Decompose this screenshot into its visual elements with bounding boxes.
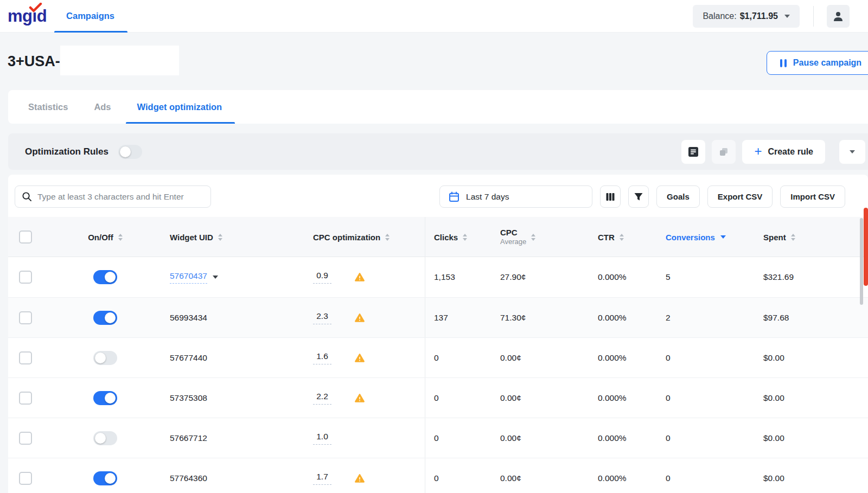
balance-dropdown[interactable]: Balance: $1,711.95 xyxy=(693,5,800,28)
table-row: 576677121.000.00¢0.000%0$0.00 xyxy=(8,418,868,458)
account-button[interactable] xyxy=(827,5,850,28)
sort-icon[interactable] xyxy=(385,234,390,241)
tab-statistics[interactable]: Statistics xyxy=(28,90,68,124)
row-checkbox[interactable] xyxy=(19,432,32,445)
logo-check-icon xyxy=(29,3,42,13)
conversions-value: 0 xyxy=(666,353,671,363)
row-checkbox[interactable] xyxy=(19,311,32,324)
plus-icon: + xyxy=(754,145,762,158)
table-row: 569934342.313771.30¢0.000%2$97.68 xyxy=(8,297,868,337)
cpc-optimization-value[interactable]: 2.2 xyxy=(313,392,331,405)
cpc-average-value: 0.00¢ xyxy=(500,393,521,403)
row-checkbox[interactable] xyxy=(19,392,32,405)
pause-campaign-label: Pause campaign xyxy=(793,58,861,68)
export-csv-button[interactable]: Export CSV xyxy=(707,185,773,208)
tab-ads[interactable]: Ads xyxy=(94,90,111,124)
pause-campaign-button[interactable]: Pause campaign xyxy=(767,51,868,75)
pause-icon xyxy=(780,59,787,67)
ctr-value: 0.000% xyxy=(598,473,627,483)
filter-icon xyxy=(634,192,643,202)
duplicate-rules-button xyxy=(712,140,736,164)
ctr-value: 0.000% xyxy=(598,433,627,443)
sort-icon[interactable] xyxy=(218,234,222,241)
row-toggle[interactable] xyxy=(93,351,117,365)
table-scrollbar[interactable] xyxy=(860,218,863,305)
row-toggle[interactable] xyxy=(93,471,117,485)
cpc-optimization-value[interactable]: 1.0 xyxy=(313,432,331,445)
cpc-optimization-value[interactable]: 2.3 xyxy=(313,311,331,324)
chevron-down-icon xyxy=(784,15,790,18)
widget-optimization-panel: Last 7 days Goals Export CSV Import CSV … xyxy=(8,175,868,493)
widget-uid: 57375308 xyxy=(170,393,207,403)
col-clicks: Clicks xyxy=(434,233,458,242)
sort-desc-icon[interactable] xyxy=(720,235,726,239)
sort-icon[interactable] xyxy=(463,234,467,241)
mgid-logo[interactable]: mgıd xyxy=(8,8,47,24)
optimization-rules-toggle[interactable] xyxy=(118,145,142,159)
warning-icon[interactable] xyxy=(354,393,365,404)
row-toggle[interactable] xyxy=(93,391,117,405)
goals-button[interactable]: Goals xyxy=(656,185,700,208)
filter-button[interactable] xyxy=(628,185,649,208)
chevron-down-icon xyxy=(850,150,855,153)
chevron-down-icon[interactable] xyxy=(213,276,218,279)
col-conversions[interactable]: Conversions xyxy=(666,233,715,242)
rules-list-button[interactable] xyxy=(681,140,705,164)
clicks-value: 0 xyxy=(434,393,439,403)
cpc-optimization-value[interactable]: 0.9 xyxy=(313,271,331,284)
widget-uid: 57667712 xyxy=(170,433,207,443)
conversions-value: 0 xyxy=(666,393,671,403)
col-on-off: On/Off xyxy=(88,233,113,242)
nav-campaigns[interactable]: Campaigns xyxy=(66,0,114,33)
create-rule-button[interactable]: + Create rule xyxy=(742,140,825,164)
row-checkbox[interactable] xyxy=(19,472,32,485)
sort-icon[interactable] xyxy=(620,234,624,241)
sort-icon[interactable] xyxy=(531,234,535,241)
tab-widget-optimization[interactable]: Widget optimization xyxy=(137,90,222,124)
conversions-value: 5 xyxy=(666,272,671,282)
columns-button[interactable] xyxy=(600,185,621,208)
row-toggle[interactable] xyxy=(93,270,117,284)
search-input[interactable] xyxy=(37,192,204,202)
columns-icon xyxy=(605,192,615,202)
ctr-value: 0.000% xyxy=(598,313,627,323)
import-csv-button[interactable]: Import CSV xyxy=(780,185,845,208)
col-cpc-average: Average xyxy=(500,238,526,246)
row-checkbox[interactable] xyxy=(19,271,32,284)
sort-icon[interactable] xyxy=(118,234,123,241)
widget-uid-link[interactable]: 57670437 xyxy=(170,271,207,284)
select-all-checkbox[interactable] xyxy=(19,231,32,244)
cpc-optimization-value[interactable]: 1.7 xyxy=(313,472,331,485)
optimization-rules-bar: Optimization Rules + Create rule xyxy=(8,133,868,170)
top-bar: mgıd Campaigns Balance: $1,711.95 xyxy=(0,0,868,33)
col-cpc: CPC xyxy=(500,228,526,238)
clicks-value: 1,153 xyxy=(434,272,455,282)
cpc-optimization-value[interactable]: 1.6 xyxy=(313,351,331,364)
calendar-icon xyxy=(449,191,459,202)
divider xyxy=(813,6,814,27)
duplicate-icon xyxy=(718,146,729,157)
row-toggle[interactable] xyxy=(93,431,117,445)
rules-menu-button[interactable] xyxy=(839,140,865,164)
warning-icon[interactable] xyxy=(354,353,365,363)
optimization-rules-title: Optimization Rules xyxy=(25,146,108,157)
warning-icon[interactable] xyxy=(354,312,365,323)
rules-list-icon xyxy=(688,146,699,157)
table-toolbar: Last 7 days Goals Export CSV Import CSV xyxy=(8,175,868,208)
table-header: On/Off Widget UID CPC optimization Click… xyxy=(8,217,868,257)
ctr-value: 0.000% xyxy=(598,393,627,403)
conversions-value: 2 xyxy=(666,313,671,323)
date-range-button[interactable]: Last 7 days xyxy=(439,185,592,208)
warning-icon[interactable] xyxy=(354,473,365,484)
clicks-value: 137 xyxy=(434,313,448,323)
spent-value: $321.69 xyxy=(763,272,794,282)
warning-icon[interactable] xyxy=(354,272,365,283)
clicks-value: 0 xyxy=(434,473,439,483)
cpc-average-value: 0.00¢ xyxy=(500,353,521,363)
table-body: 576704370.91,15327.90¢0.000%5$321.695699… xyxy=(8,257,868,493)
page-scrollbar[interactable] xyxy=(864,208,868,286)
sort-icon[interactable] xyxy=(791,234,795,241)
conversions-value: 0 xyxy=(666,473,671,483)
row-checkbox[interactable] xyxy=(19,351,32,364)
row-toggle[interactable] xyxy=(93,311,117,325)
